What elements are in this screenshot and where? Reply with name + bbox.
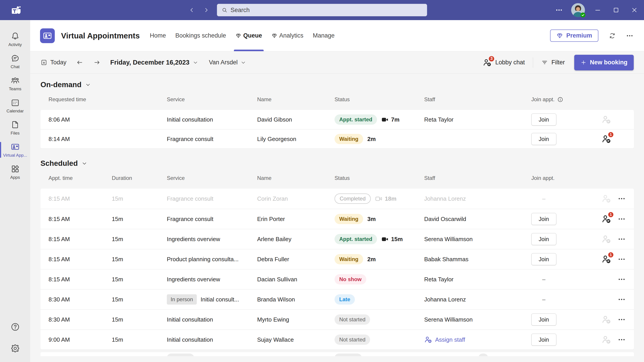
premium-button[interactable]: Premium <box>550 29 598 42</box>
chevron-down-icon <box>193 60 198 65</box>
sidebar-item-teams[interactable]: Teams <box>0 72 30 94</box>
service-name: Fragrance consult <box>167 195 213 202</box>
tab-label: Manage <box>313 32 335 39</box>
refresh-icon[interactable] <box>609 32 616 39</box>
cell-status: No show <box>334 274 424 285</box>
attendee-status-icon <box>602 315 611 325</box>
filter-icon <box>541 59 548 66</box>
row-menu-icon[interactable] <box>618 316 626 323</box>
lobby-chat-button[interactable]: 3 Lobby chat <box>483 58 525 67</box>
search-input[interactable] <box>230 7 422 14</box>
cell-join: – <box>531 195 602 202</box>
attendee-status-icon[interactable]: 1 <box>602 134 611 144</box>
sidebar-item-chat[interactable]: Chat <box>0 50 30 72</box>
sidebar-item-virtual-appointments[interactable]: Virtual App... <box>0 139 30 161</box>
table-row: 8:06 AMInitial consultationDavid GibsonA… <box>40 110 634 129</box>
info-icon[interactable] <box>557 96 563 103</box>
camera-outline-icon <box>375 195 382 202</box>
new-booking-button[interactable]: New booking <box>574 55 634 70</box>
teams-titlebar <box>0 0 644 20</box>
join-button[interactable]: Join <box>531 233 556 245</box>
cell-name: Dacian Sullivan <box>257 276 334 283</box>
elapsed-time: 3m <box>368 216 376 223</box>
cell-service: Initial consultation <box>167 316 257 323</box>
sidebar-item-files[interactable]: Files <box>0 117 30 139</box>
join-button[interactable]: Join <box>531 334 556 346</box>
cell-attendee <box>602 234 618 244</box>
next-day-icon[interactable] <box>94 59 100 66</box>
tab-manage[interactable]: Manage <box>308 20 340 51</box>
help-icon[interactable] <box>10 322 20 332</box>
forward-icon[interactable] <box>203 7 209 13</box>
table-row: 9:00 AM15mInitial consultationSujay Wall… <box>40 329 634 350</box>
cell-service: Fragrance consult <box>167 136 257 143</box>
elapsed-time: 18m <box>385 195 396 202</box>
row-menu-icon[interactable] <box>618 276 626 283</box>
tab-bookings-schedule[interactable]: Bookings schedule <box>170 20 231 51</box>
join-button[interactable]: Join <box>531 113 556 126</box>
join-button[interactable]: Join <box>531 253 556 265</box>
date-picker[interactable]: Friday, December 16,2023 <box>110 59 198 66</box>
cell-menu <box>618 255 626 263</box>
previous-day-icon[interactable] <box>76 59 83 66</box>
tab-home[interactable]: Home <box>145 20 170 51</box>
cell-status: Appt. started7m <box>334 114 424 125</box>
section-ondemand[interactable]: On-demand <box>40 80 634 89</box>
today-button[interactable]: Today <box>40 59 66 66</box>
next-row-stub <box>334 354 362 356</box>
minimize-button[interactable] <box>594 7 601 13</box>
join-button[interactable]: Join <box>531 213 556 225</box>
section-scheduled[interactable]: Scheduled <box>40 159 634 168</box>
sidebar-item-activity[interactable]: Activity <box>0 28 30 50</box>
join-button[interactable]: Join <box>531 314 556 326</box>
attendee-status-icon[interactable]: 1 <box>602 254 611 264</box>
column-header-status: Status <box>334 96 424 103</box>
elapsed-time: 2m <box>368 256 376 263</box>
app-more-icon[interactable] <box>626 32 633 39</box>
assign-staff-button[interactable]: Assign staff <box>424 336 465 344</box>
join-button[interactable]: Join <box>531 133 556 145</box>
organization-picker[interactable]: Van Arsdel <box>209 59 246 66</box>
cell-status: Waiting2m <box>334 134 424 144</box>
row-menu-icon[interactable] <box>618 336 626 344</box>
status-elapsed: 18m <box>375 195 396 202</box>
column-header-status: Status <box>334 175 424 181</box>
chat-icon <box>11 54 20 63</box>
row-menu-icon[interactable] <box>618 255 626 263</box>
cell-name: Arlene Bailey <box>257 236 334 243</box>
maximize-button[interactable] <box>613 7 620 13</box>
attendee-count-badge: 1 <box>608 212 614 218</box>
cell-time: 9:00 AM <box>48 336 112 343</box>
cell-duration: 15m <box>112 276 167 283</box>
sidebar-item-calendar[interactable]: Calendar <box>0 94 30 117</box>
search-box[interactable] <box>217 4 427 16</box>
cell-status: Not started <box>334 314 424 325</box>
sidebar-item-apps[interactable]: Apps <box>0 161 30 183</box>
titlebar-more-icon[interactable] <box>556 6 562 14</box>
tab-queue[interactable]: Queue <box>231 20 267 51</box>
filter-button[interactable]: Filter <box>541 59 565 66</box>
close-button[interactable] <box>631 7 638 13</box>
avatar[interactable] <box>571 3 585 17</box>
back-icon[interactable] <box>189 7 195 13</box>
row-menu-icon[interactable] <box>618 235 626 243</box>
person-chat-icon <box>602 234 611 244</box>
cell-service: Fragrance consult <box>167 195 257 202</box>
cell-staff: Johanna Lorenz <box>424 195 531 202</box>
ondemand-table: 8:06 AMInitial consultationDavid GibsonA… <box>40 110 634 148</box>
join-unavailable-dash: – <box>531 276 556 283</box>
row-menu-icon[interactable] <box>618 195 626 202</box>
cell-duration: 15m <box>112 336 167 343</box>
attendee-status-icon[interactable]: 1 <box>602 214 611 224</box>
cell-name: Erin Porter <box>257 216 334 223</box>
diamond-icon <box>556 32 563 39</box>
tab-analytics[interactable]: Analytics <box>267 20 308 51</box>
row-menu-icon[interactable] <box>618 296 626 303</box>
row-menu-icon[interactable] <box>618 215 626 223</box>
person-add-icon <box>424 336 432 344</box>
attendee-status-icon <box>602 234 611 244</box>
scheduled-table: 8:15 AM15mFragrance consultCorin ZoranCo… <box>40 189 634 350</box>
settings-gear-icon[interactable] <box>10 344 20 353</box>
cell-name: Corin Zoran <box>257 195 334 202</box>
cell-duration: 15m <box>112 236 167 243</box>
